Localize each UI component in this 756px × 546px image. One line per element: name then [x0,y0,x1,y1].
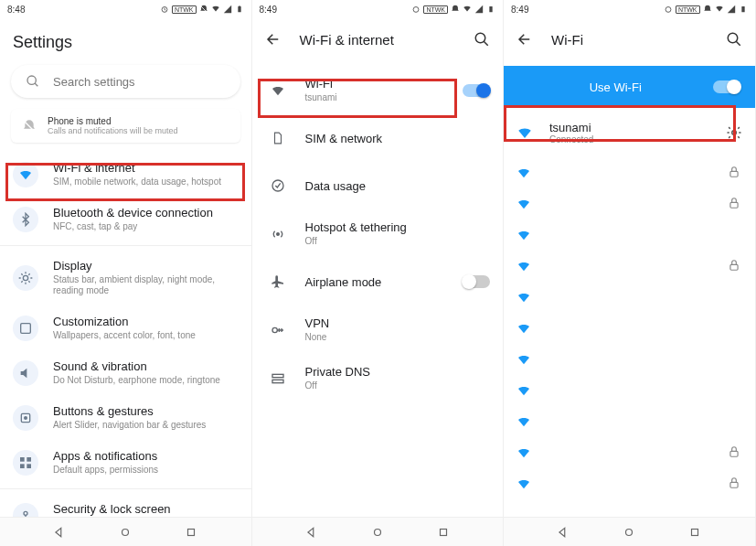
wifi-network-row[interactable] [504,219,755,251]
carrier-badge: NTWK [676,5,700,14]
settings-screen: 8:48 NTWK Settings Search settings Phone… [0,0,252,546]
connected-network-row[interactable]: tsunami Connected [504,108,755,157]
alarm-icon [160,5,169,14]
item-title: Private DNS [305,365,491,379]
item-title: Data usage [305,179,491,193]
svg-point-10 [25,416,27,419]
settings-item-apps[interactable]: Apps & notifications Default apps, permi… [0,440,251,485]
search-icon [26,74,40,89]
item-sub: Off [305,236,491,247]
setting-data[interactable]: Data usage [252,162,504,209]
item-title: VPN [305,316,491,330]
hotspot-icon [265,221,291,247]
wifi-network-row[interactable] [504,344,755,375]
back-button[interactable] [263,29,283,49]
settings-item-volume[interactable]: Sound & vibration Do Not Disturb, earpho… [0,350,251,395]
wifi-network-row[interactable] [504,157,755,188]
wifi-network-row[interactable] [504,313,755,344]
item-sub: Default apps, permissions [53,465,239,476]
item-sub: Do Not Disturb, earphone mode, ringtone [53,375,239,386]
nav-back-icon[interactable] [305,526,318,539]
item-title: Bluetooth & device connection [53,206,239,219]
gesture-icon [13,405,38,431]
search-placeholder: Search settings [53,75,135,89]
setting-dns[interactable]: Private DNS Off [252,354,504,402]
nav-back-icon[interactable] [557,526,570,539]
wifi-network-row[interactable] [504,188,755,219]
settings-item-brightness[interactable]: Display Status bar, ambient display, nig… [0,250,251,305]
clock: 8:48 [7,5,25,15]
dnd-icon [199,5,208,14]
lock-icon [728,445,742,460]
nav-recent-icon[interactable] [688,526,701,539]
wifi-network-row[interactable] [504,251,755,282]
palette-icon [13,316,38,341]
use-wifi-toggle[interactable] [713,80,740,93]
setting-wifi[interactable]: Wi-Fi tsunami [252,66,504,114]
svg-point-31 [728,33,738,43]
wifi-network-row[interactable] [504,282,755,313]
item-sub: NFC, cast, tap & pay [53,221,239,232]
page-title: Wi-Fi [551,32,708,48]
svg-point-27 [374,529,380,535]
phone-muted-card[interactable]: Phone is muted Calls and notifications w… [11,109,240,143]
svg-point-33 [731,131,736,135]
setting-hotspot[interactable]: Hotspot & tethering Off [252,209,504,258]
vpn-icon [265,317,291,343]
item-sub: Wallpapers, accent color, font, tone [53,330,239,341]
mute-icon [22,119,37,134]
signal-icon [223,5,232,14]
search-button[interactable] [724,29,744,49]
wifi-icon [516,259,531,273]
volume-icon [13,360,38,386]
carrier-badge: NTWK [423,5,448,14]
setting-airplane[interactable]: Airplane mode [252,258,504,305]
nav-back-icon[interactable] [53,526,66,539]
svg-rect-14 [27,464,31,468]
search-input[interactable]: Search settings [11,65,240,98]
svg-point-29 [665,7,671,13]
item-title: Security & lock screen [53,502,239,516]
wifi-network-row[interactable] [504,437,755,468]
signal-icon [474,5,484,14]
search-button[interactable] [472,29,492,49]
settings-item-wifi[interactable]: Wi-Fi & internet SIM, mobile network, da… [0,152,251,197]
wifi-network-row[interactable] [504,375,755,406]
settings-item-palette[interactable]: Customization Wallpapers, accent color, … [0,305,251,350]
nav-recent-icon[interactable] [185,526,197,539]
wifi-icon [516,383,531,398]
wifi-internet-screen: 8:49 NTWK Wi-Fi & internet Wi-Fi tsunami… [252,0,505,546]
item-sub: None [305,332,491,343]
wifi-network-row[interactable] [504,468,755,499]
nav-home-icon[interactable] [119,526,132,539]
item-title: Sound & vibration [53,359,239,373]
nav-home-icon[interactable] [623,526,635,539]
use-wifi-toggle-row[interactable]: Use Wi-Fi [504,66,755,108]
apps-icon [13,450,38,476]
page-title: Wi-Fi & internet [300,32,456,48]
status-bar: 8:48 NTWK [0,0,251,18]
back-button[interactable] [515,29,535,49]
airplane-toggle[interactable] [463,275,490,288]
wifi-icon [516,166,531,180]
item-sub: Alert Slider, navigation bar & gestures [53,420,239,431]
muted-sub: Calls and notifications will be muted [48,126,178,135]
settings-item-gesture[interactable]: Buttons & gestures Alert Slider, navigat… [0,395,251,440]
settings-gear-icon[interactable] [726,124,742,141]
wifi-icon [516,352,531,367]
nav-bar [0,517,251,546]
nav-home-icon[interactable] [371,526,384,539]
item-title: Customization [53,315,239,328]
brightness-icon [13,265,38,291]
wifi-network-row[interactable] [504,406,755,437]
item-title: Wi-Fi [305,77,449,91]
wifi-toggle[interactable] [463,84,490,97]
svg-rect-2 [238,6,240,12]
setting-vpn[interactable]: VPN None [252,305,504,354]
setting-sim[interactable]: SIM & network [252,114,504,162]
svg-point-20 [475,33,485,43]
airplane-icon [265,269,291,294]
nav-recent-icon[interactable] [437,526,450,539]
settings-item-bluetooth[interactable]: Bluetooth & device connection NFC, cast,… [0,197,251,241]
item-sub: Off [305,380,491,391]
